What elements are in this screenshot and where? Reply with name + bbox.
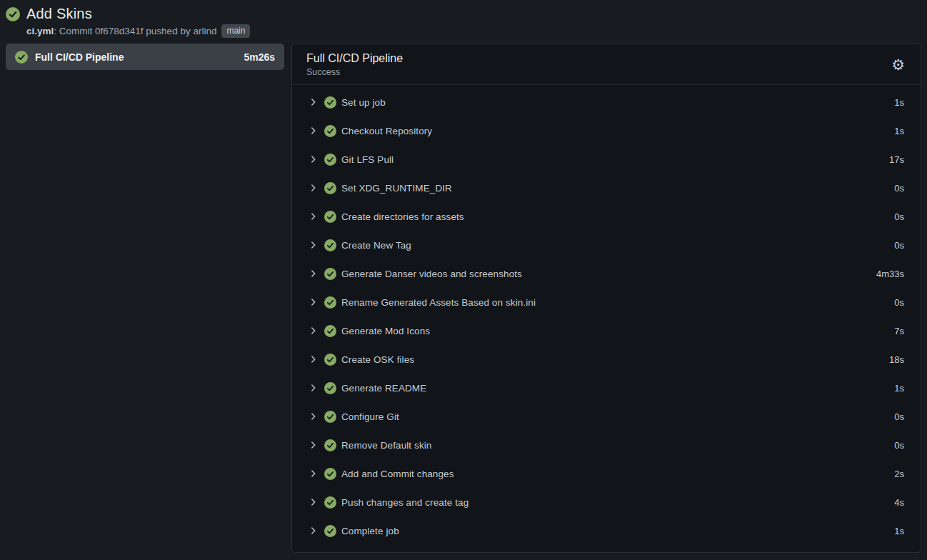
steps-list: Set up job 1s Checkout Repository 1s Git… (292, 85, 921, 545)
step-name: Generate Danser videos and screenshots (341, 269, 876, 279)
run-header: Add Skins ci.yml: Commit 0f678d341f push… (6, 4, 921, 44)
step-row[interactable]: Remove Default skin 0s (292, 431, 921, 459)
chevron-right-icon[interactable] (309, 154, 319, 164)
run-commit-info: ci.yml: Commit 0f678d341f pushed by arli… (26, 26, 216, 36)
job-title: Full CI/CD Pipeline (306, 52, 403, 65)
step-name: Complete job (341, 526, 894, 536)
step-duration: 4m33s (876, 269, 904, 279)
step-duration: 2s (894, 469, 904, 479)
job-status-text: Success (306, 67, 403, 77)
chevron-right-icon[interactable] (309, 269, 319, 279)
step-name: Configure Git (341, 411, 894, 422)
step-status-success-icon (324, 296, 336, 309)
step-status-success-icon (324, 268, 336, 280)
job-status-success-icon (15, 51, 28, 64)
chevron-right-icon[interactable] (309, 211, 319, 221)
step-status-success-icon (324, 525, 336, 537)
step-status-success-icon (324, 382, 336, 394)
step-name: Create directories for assets (341, 211, 894, 222)
jobs-sidebar: Full CI/CD Pipeline 5m26s (6, 44, 284, 70)
run-status-success-icon (6, 7, 20, 21)
chevron-right-icon[interactable] (309, 240, 319, 250)
step-row[interactable]: Rename Generated Assets Based on skin.in… (292, 288, 921, 316)
step-name: Create New Tag (341, 240, 894, 251)
step-duration: 1s (894, 97, 904, 108)
job-header-text: Full CI/CD Pipeline Success (306, 52, 403, 77)
step-status-success-icon (324, 439, 336, 451)
step-duration: 17s (889, 154, 904, 165)
chevron-right-icon[interactable] (309, 354, 319, 364)
step-name: Generate README (341, 383, 894, 394)
gear-icon[interactable]: ⚙ (890, 56, 906, 74)
step-duration: 1s (894, 126, 904, 136)
step-status-success-icon (324, 125, 336, 137)
step-duration: 0s (894, 183, 904, 194)
step-status-success-icon (324, 96, 336, 109)
step-row[interactable]: Add and Commit changes 2s (292, 459, 921, 488)
commit-info-text: : Commit 0f678d341f pushed by arlind (54, 26, 216, 36)
step-duration: 1s (894, 526, 904, 536)
step-duration: 7s (894, 326, 904, 336)
chevron-right-icon[interactable] (309, 97, 319, 107)
step-name: Set up job (341, 97, 894, 108)
step-duration: 0s (894, 411, 904, 422)
step-name: Set XDG_RUNTIME_DIR (341, 183, 894, 194)
step-name: Add and Commit changes (341, 469, 894, 479)
chevron-right-icon[interactable] (309, 183, 319, 193)
step-name: Generate Mod Icons (341, 326, 894, 336)
step-row[interactable]: Generate README 1s (292, 374, 921, 402)
step-status-success-icon (324, 411, 336, 423)
chevron-right-icon[interactable] (309, 297, 319, 307)
job-panel-header: Full CI/CD Pipeline Success ⚙ (292, 44, 921, 85)
step-row[interactable]: Git LFS Pull 17s (292, 145, 921, 174)
step-row[interactable]: Checkout Repository 1s (292, 116, 921, 145)
step-duration: 0s (894, 240, 904, 251)
step-status-success-icon (324, 154, 336, 166)
step-status-success-icon (324, 354, 336, 366)
step-row[interactable]: Push changes and create tag 4s (292, 488, 921, 516)
chevron-right-icon[interactable] (309, 526, 319, 536)
step-row[interactable]: Complete job 1s (292, 516, 921, 545)
chevron-right-icon[interactable] (309, 469, 319, 479)
chevron-right-icon[interactable] (309, 497, 319, 507)
step-name: Create OSK files (341, 354, 889, 365)
sidebar-job-name: Full CI/CD Pipeline (35, 51, 236, 63)
step-row[interactable]: Generate Mod Icons 7s (292, 316, 921, 345)
actions-run-page: Add Skins ci.yml: Commit 0f678d341f push… (0, 0, 927, 560)
step-row[interactable]: Set XDG_RUNTIME_DIR 0s (292, 174, 921, 202)
step-row[interactable]: Create New Tag 0s (292, 231, 921, 259)
step-name: Checkout Repository (341, 126, 894, 136)
sidebar-job-item[interactable]: Full CI/CD Pipeline 5m26s (6, 44, 284, 70)
branch-badge[interactable]: main (221, 24, 250, 38)
step-name: Git LFS Pull (341, 154, 889, 165)
step-row[interactable]: Generate Danser videos and screenshots 4… (292, 259, 921, 288)
sidebar-job-duration: 5m26s (244, 51, 275, 63)
workflow-file-name: ci.yml (26, 26, 54, 36)
chevron-right-icon[interactable] (309, 411, 319, 421)
step-status-success-icon (324, 182, 336, 194)
step-status-success-icon (324, 211, 336, 223)
step-row[interactable]: Configure Git 0s (292, 402, 921, 431)
step-name: Rename Generated Assets Based on skin.in… (341, 297, 894, 308)
chevron-right-icon[interactable] (309, 383, 319, 393)
step-duration: 18s (889, 354, 904, 365)
step-name: Push changes and create tag (341, 497, 894, 508)
chevron-right-icon[interactable] (309, 440, 319, 450)
step-duration: 4s (894, 497, 904, 508)
chevron-right-icon[interactable] (309, 326, 319, 336)
step-status-success-icon (324, 325, 336, 337)
step-status-success-icon (324, 496, 336, 509)
step-duration: 0s (894, 211, 904, 222)
step-row[interactable]: Set up job 1s (292, 88, 921, 116)
step-duration: 1s (894, 383, 904, 394)
step-row[interactable]: Create OSK files 18s (292, 345, 921, 374)
job-detail-panel: Full CI/CD Pipeline Success ⚙ Set up job… (291, 44, 921, 553)
step-status-success-icon (324, 468, 336, 480)
step-duration: 0s (894, 297, 904, 308)
step-row[interactable]: Create directories for assets 0s (292, 202, 921, 231)
step-name: Remove Default skin (341, 440, 894, 451)
run-title: Add Skins (26, 6, 92, 22)
step-duration: 0s (894, 440, 904, 451)
step-status-success-icon (324, 239, 336, 251)
chevron-right-icon[interactable] (309, 126, 319, 136)
